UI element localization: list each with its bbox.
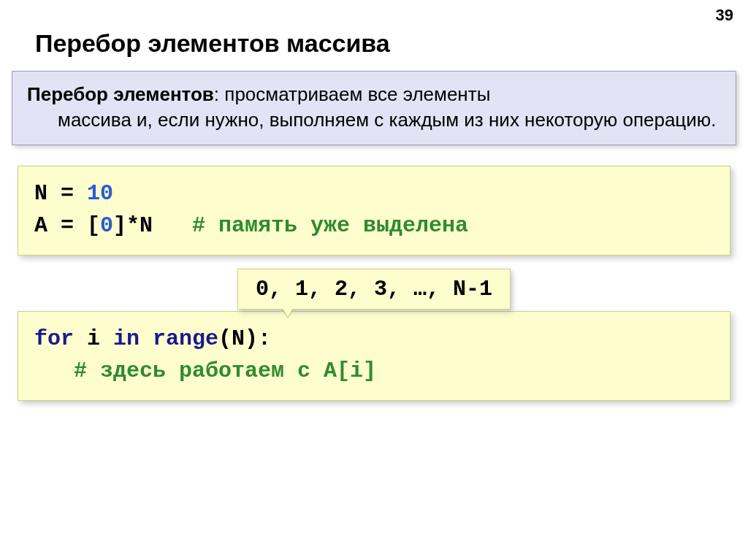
page-title: Перебор элементов массива [35, 29, 748, 58]
code-line: N = 10 [34, 178, 714, 210]
code-block-2: for i in range(N): # здесь работаем с A[… [18, 311, 730, 401]
code-line: # здесь работаем с A[i] [34, 356, 714, 388]
definition-term: Перебор элементов [27, 83, 214, 105]
definition-box: Перебор элементов: просматриваем все эле… [12, 71, 736, 145]
callout-tail [278, 301, 298, 317]
code-line: for i in range(N): [34, 323, 714, 356]
definition-body-line1: : просматриваем все элементы [214, 83, 490, 105]
code-block-1: N = 10 A = [0]*N # память уже выделена [18, 166, 730, 256]
page-number: 39 [716, 6, 733, 25]
code-line: A = [0]*N # память уже выделена [34, 210, 714, 242]
definition-body-rest: массива и, если нужно, выполняем с кажды… [27, 107, 721, 133]
definition-text: Перебор элементов: просматриваем все эле… [27, 82, 721, 133]
